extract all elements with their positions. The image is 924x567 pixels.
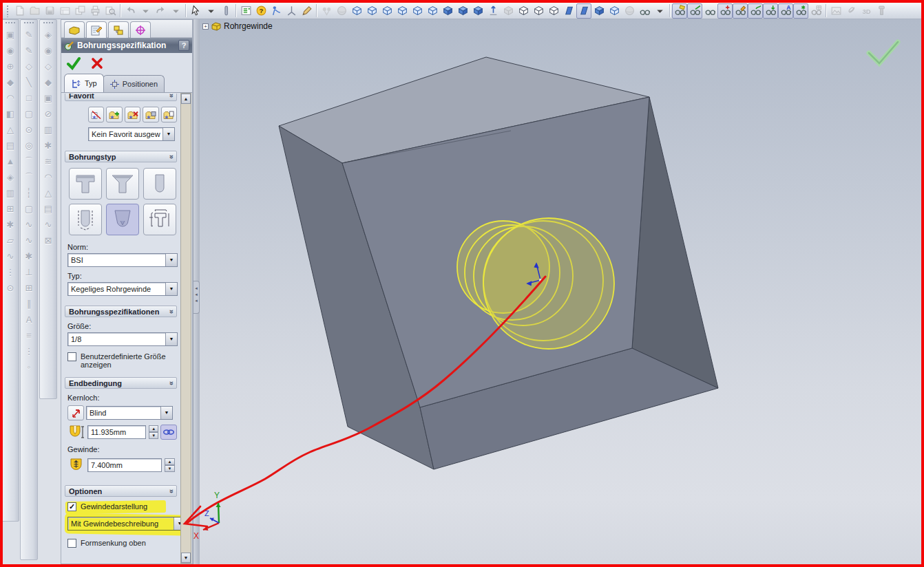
hidden-lines-visible-button[interactable] bbox=[531, 3, 546, 19]
groesse-select[interactable]: 1/8 ▼ bbox=[67, 332, 178, 346]
hole-type-legacy-hole-button[interactable] bbox=[143, 204, 176, 235]
kernloch-endcondition-select[interactable]: Blind ▼ bbox=[86, 406, 173, 420]
toolbar-grip[interactable] bbox=[5, 21, 16, 25]
hide-show-annotations-button[interactable]: A bbox=[778, 3, 793, 19]
hidden-lines-removed-button[interactable] bbox=[546, 3, 561, 19]
help-button[interactable]: ? bbox=[253, 3, 269, 19]
depth-spinner[interactable]: ▲▼ bbox=[149, 425, 158, 439]
link-dimension-button[interactable] bbox=[160, 425, 177, 440]
select-menu-button[interactable] bbox=[203, 3, 218, 19]
view-right-button[interactable] bbox=[395, 3, 410, 19]
custom-size-checkbox[interactable] bbox=[67, 352, 76, 361]
favorit-select[interactable]: Kein Favorit ausgew ▼ bbox=[88, 127, 175, 141]
sketch-button[interactable] bbox=[299, 3, 314, 19]
endbedingung-group-header[interactable]: Endbedingung « bbox=[65, 377, 177, 389]
design-checker-button[interactable] bbox=[238, 3, 253, 19]
thread-description-select[interactable]: Mit Gewindebeschreibung ▼ bbox=[67, 517, 186, 531]
spez-group-header[interactable]: Bohrungsspezifikationen « bbox=[65, 306, 177, 317]
optionen-group-header[interactable]: Optionen « bbox=[65, 485, 177, 497]
tab-typ[interactable]: Typ bbox=[64, 74, 104, 92]
svg-text:3D: 3D bbox=[862, 8, 870, 15]
tab-property-manager[interactable] bbox=[86, 21, 107, 38]
hide-show-coordinate-systems-button[interactable] bbox=[733, 3, 748, 19]
view-bottom-button[interactable] bbox=[425, 3, 440, 19]
hole-type-tapped-hole-button[interactable] bbox=[69, 204, 102, 235]
ok-button[interactable] bbox=[65, 55, 82, 72]
view-back-button[interactable] bbox=[364, 3, 379, 19]
tree-expand-icon[interactable]: + bbox=[202, 23, 209, 30]
splitter-collapse-handle[interactable]: ◂◂◂ bbox=[193, 281, 200, 314]
hide-show-temporary-axes-button[interactable] bbox=[702, 3, 717, 19]
norm-select[interactable]: BSI ▼ bbox=[67, 253, 178, 267]
hole-type-hole-button[interactable] bbox=[143, 168, 176, 200]
cancel-button[interactable] bbox=[89, 55, 105, 72]
select-button[interactable] bbox=[188, 3, 203, 19]
wireframe-button[interactable] bbox=[516, 3, 531, 19]
tab-positionen-label: Positionen bbox=[123, 80, 158, 88]
toolbar-grip[interactable] bbox=[23, 21, 34, 25]
view-dimetric-button[interactable] bbox=[470, 3, 485, 19]
toolbar-separator bbox=[826, 4, 826, 17]
shaded-button[interactable] bbox=[576, 3, 591, 19]
rebuild-button[interactable] bbox=[218, 3, 233, 19]
view-trimetric-button[interactable] bbox=[455, 3, 470, 19]
tab-feature-manager[interactable] bbox=[64, 21, 85, 38]
hide-show-curves-button[interactable] bbox=[748, 3, 763, 19]
save-favorite-button[interactable] bbox=[143, 107, 158, 122]
hide-show-points-button[interactable] bbox=[793, 3, 808, 19]
typ-select-value: Kegeliges Rohrgewinde bbox=[68, 285, 165, 293]
panel-scrollbar[interactable]: ▲ ▼ bbox=[180, 93, 191, 564]
hide-show-planes-button[interactable] bbox=[672, 3, 687, 19]
help-button[interactable]: ? bbox=[178, 40, 189, 51]
delete-favorite-button[interactable] bbox=[125, 107, 140, 122]
graphics-viewport[interactable] bbox=[200, 19, 921, 564]
tab-positionen[interactable]: Positionen bbox=[103, 75, 165, 92]
view-settings-menu-button[interactable] bbox=[652, 3, 667, 19]
dot-pattern-icon: ⋮ bbox=[6, 267, 15, 277]
formsenkung-checkbox[interactable] bbox=[67, 539, 76, 548]
cosmetic-thread-icon: ⊙ bbox=[7, 283, 14, 293]
gewinde-depth-input[interactable]: 7.400mm bbox=[87, 458, 162, 472]
tab-configuration-manager[interactable] bbox=[108, 21, 129, 38]
feature-tree-item[interactable]: Rohrgewinde bbox=[224, 21, 273, 31]
hide-show-axes-button[interactable] bbox=[687, 3, 702, 19]
reference-geometry-button[interactable] bbox=[284, 3, 299, 19]
kernloch-depth-input[interactable]: 11.935mm bbox=[87, 425, 146, 439]
sketch-entities-button[interactable] bbox=[269, 3, 284, 19]
apply-defaults-favorite-button[interactable] bbox=[88, 107, 104, 122]
delete-favorite-icon bbox=[127, 109, 139, 120]
shadows-in-shaded-mode-button[interactable] bbox=[591, 3, 607, 19]
view-isometric-button[interactable] bbox=[440, 3, 455, 19]
hole-type-countersink-button[interactable] bbox=[106, 168, 139, 200]
section-view-button[interactable] bbox=[607, 3, 622, 19]
view-settings-menu-icon bbox=[654, 5, 666, 17]
hole-type-pipe-tap-button[interactable] bbox=[106, 204, 139, 235]
gewinde-spinner[interactable]: ▲▼ bbox=[165, 458, 175, 472]
scroll-down-button[interactable]: ▼ bbox=[181, 553, 191, 563]
scroll-up-button[interactable]: ▲ bbox=[181, 94, 191, 104]
apply-scene-button bbox=[334, 3, 349, 19]
panel-splitter[interactable]: ◂◂◂ bbox=[193, 19, 200, 564]
view-front-button[interactable] bbox=[349, 3, 364, 19]
delete-button: ⊠ bbox=[41, 233, 56, 248]
insert-part-icon: ◈ bbox=[45, 30, 52, 40]
view-top-button[interactable] bbox=[410, 3, 425, 19]
hide-show-sketches-icon bbox=[765, 5, 777, 17]
tab-dimxpert[interactable] bbox=[130, 21, 151, 38]
view-settings-button[interactable] bbox=[637, 3, 652, 19]
view-left-button[interactable] bbox=[379, 3, 395, 19]
toolbar-grip[interactable] bbox=[43, 21, 54, 25]
thread-display-checkbox[interactable]: ✓ bbox=[67, 502, 76, 511]
hole-type-counterbore-button[interactable] bbox=[69, 168, 102, 200]
favorit-group-header[interactable]: Favorit « bbox=[65, 94, 177, 101]
load-favorite-button[interactable] bbox=[161, 107, 177, 122]
shaded-with-edges-button[interactable] bbox=[561, 3, 576, 19]
bohrungstyp-group-header[interactable]: Bohrungstyp « bbox=[65, 151, 177, 162]
normal-to-button[interactable] bbox=[485, 3, 501, 19]
reverse-direction-button[interactable] bbox=[67, 405, 84, 420]
add-favorite-button[interactable] bbox=[106, 107, 122, 122]
typ-select[interactable]: Kegeliges Rohrgewinde ▼ bbox=[67, 282, 178, 296]
hide-show-origins-button[interactable] bbox=[717, 3, 733, 19]
hide-show-sketches-button[interactable] bbox=[763, 3, 778, 19]
toolbar-grip[interactable] bbox=[6, 5, 10, 17]
